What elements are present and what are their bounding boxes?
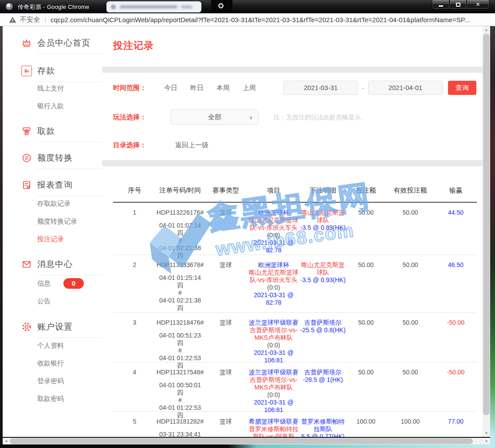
cell-winloss: 46.50 [435,255,477,312]
cell-item: 波兰篮球甲级联赛 吉普萨斯塔尔-vs-MKS卢布林队 (0:0) 2021-03… [248,313,300,369]
directory-select-label: 目录选择： [113,141,164,149]
url-omnibox[interactable]: cqcp2.com/chuanQiCPLoginWeb/app/reportDe… [51,16,470,24]
sidebar-item-deposit-withdraw-records[interactable]: 存取款记录 [37,198,71,209]
sidebar-item-label: 存款 [37,65,55,77]
play-select-label: 玩法选择： [113,113,164,122]
window-title: 传奇彩票 - Google Chrome [18,3,89,11]
table-row: 4 HDP113217548# 04-01 00:50:01 四#04-01 0… [113,362,477,412]
sidebar-item-quota-transfer[interactable]: 额度转换 [3,147,102,169]
sidebar-item-personal-profile[interactable]: 个人资料 [37,340,64,351]
directory-select-row: 目录选择： 返回上一级 [113,138,208,153]
ghost-favicon-icon [111,4,116,9]
sidebar-item-bank-deposit[interactable]: 银行入款 [37,101,64,111]
report-icon [21,180,32,190]
col-header-valid-amount: 有效投注额 [386,186,435,195]
sidebar-item-label: 额度转换 [37,152,73,164]
maximize-button[interactable] [449,0,467,9]
time-range-row: 时间范围： 今日 昨日 本周 上周 2021-03-31 - 2021-04-0… [113,80,476,95]
sidebar-item-report-query[interactable]: 报表查询 [3,174,102,196]
sidebar-item-announcements[interactable]: 公告 [37,296,51,307]
sidebar-item-label: 报表查询 [37,179,73,191]
minimize-button[interactable] [432,0,449,9]
sidebar-item-message-center[interactable]: 消息中心 [3,254,102,275]
col-header-event-type: 赛事类型 [204,186,248,195]
date-to-input[interactable]: 2021-04-01 [368,81,443,95]
sidebar-item-label: 会员中心首页 [37,37,90,49]
back-to-parent-link[interactable]: 返回上一级 [175,141,208,149]
play-type-select[interactable]: 全部 ∨ [171,110,259,125]
crown-icon [21,38,32,48]
browser-window: 传奇彩票 - Google Chrome ✕ 不安全 | cqcp2.com/c… [0,0,495,448]
col-header-bet-detail: 下注明细 [300,186,346,195]
sidebar-item-withdraw[interactable]: 取款 [3,121,102,142]
cell-item: 欧洲篮球杯 喀山尤尼克斯篮球队-vs-库班火车头 (0:0) 2021-03-3… [248,203,300,259]
cell-sport: 篮球 [204,313,248,369]
chrome-app-icon [6,3,13,10]
close-icon: ✕ [475,1,480,8]
window-controls: ✕ [432,0,489,9]
transfer-arrows-icon [21,153,32,163]
cell-detail: 普罗米修斯帕特拉斯队 5.5 @ 0.77(HK) [300,412,346,437]
scroll-up-arrow-icon[interactable]: ▲ [483,26,490,34]
filters-card: 时间范围： 今日 昨日 本周 上周 2021-03-31 - 2021-04-0… [102,73,483,160]
vertical-scrollbar-thumb[interactable] [483,34,490,415]
time-range-label: 时间范围： [113,84,164,92]
cell-order: HDP113226176# 04-01 01:07:14 四#04-01 02:… [156,203,204,259]
sidebar-item-login-password[interactable]: 登录密码 [37,376,64,386]
cell-seq: 4 [113,362,156,419]
scroll-down-arrow-icon[interactable]: ▼ [483,429,490,437]
close-button[interactable]: ✕ [467,0,489,9]
cell-detail: 喀山尤尼克斯篮球队 -3.5 @ 0.89(HK) [300,203,346,259]
horizontal-scrollbar-thumb[interactable] [10,438,473,444]
cell-sport: 篮球 [204,203,248,259]
quick-link-this-week[interactable]: 本周 [216,84,230,92]
deposit-icon: ¥« [21,66,32,76]
scroll-right-arrow-icon[interactable]: ► [483,438,490,444]
sidebar-item-withdraw-password[interactable]: 取款密码 [37,393,64,404]
window-border-right [490,26,495,444]
background-app-thumbnail [211,0,232,13]
sidebar-item-quota-transfer-records[interactable]: 额度转换记录 [37,216,77,227]
cell-amount: 50.00 [346,362,386,419]
gear-icon [21,322,32,332]
query-button[interactable]: 查询 [448,81,476,95]
quick-link-last-week[interactable]: 上周 [243,84,256,92]
table-row: 2 HDP113233678# 04-01 01:25:14 四#04-01 0… [113,255,477,313]
sidebar-item-account-settings[interactable]: 账户设置 [3,316,102,338]
cell-amount: 50.00 [346,203,386,259]
sidebar-item-betting-records[interactable]: 投注记录 [37,234,64,244]
date-from-input[interactable]: 2021-03-31 [283,81,358,95]
window-border-left [0,26,3,444]
chevron-down-icon: ∨ [249,110,253,125]
cell-winloss: -50.00 [435,362,477,419]
message-count-badge: 0 [63,278,84,289]
play-select-note: 注：无投注的玩法此处忽略显示。 [274,110,367,125]
cell-seq: 2 [113,255,156,312]
sidebar-item-receiving-bank[interactable]: 收款银行 [37,358,64,369]
cell-detail: 吉普萨斯塔尔 -28.5 @ 1(HK) [300,362,346,419]
security-label: 不安全 [20,16,40,24]
cell-winloss: 44.50 [435,203,477,259]
sidebar-item-member-home[interactable]: 会员中心首页 [3,32,102,54]
cell-order: HDP113218476# 04-01 00:51:23 四#04-01 01:… [156,313,204,369]
cell-valid-amount: 50.00 [386,362,435,419]
table-row: 1 HDP113226176# 04-01 01:07:14 四#04-01 0… [113,203,477,255]
sidebar-divider [37,82,102,82]
scroll-left-arrow-icon[interactable]: ◄ [3,438,9,444]
sidebar-item-messages[interactable]: 信息 [37,278,51,289]
minimize-icon [439,5,443,7]
quick-link-today[interactable]: 今日 [164,84,177,92]
address-bar: 不安全 | cqcp2.com/chuanQiCPLoginWeb/app/re… [0,13,495,26]
play-select-row: 玩法选择： 全部 ∨ 注：无投注的玩法此处忽略显示。 [113,110,471,125]
background-window-preview [106,1,201,12]
sidebar-item-deposit[interactable]: ¥« 存款 [3,60,102,82]
cell-amount: 50.00 [346,255,386,312]
quick-link-yesterday[interactable]: 昨日 [190,84,204,92]
date-range-separator: - [362,84,364,92]
sidebar-item-label: 账户设置 [37,321,73,333]
sidebar-item-online-payment[interactable]: 线上支付 [37,83,64,94]
sidebar-divider [37,196,102,196]
vertical-scrollbar: ▲ ▼ [483,26,490,437]
cell-valid-amount: 50.00 [386,313,435,369]
cell-seq: 1 [113,203,156,259]
